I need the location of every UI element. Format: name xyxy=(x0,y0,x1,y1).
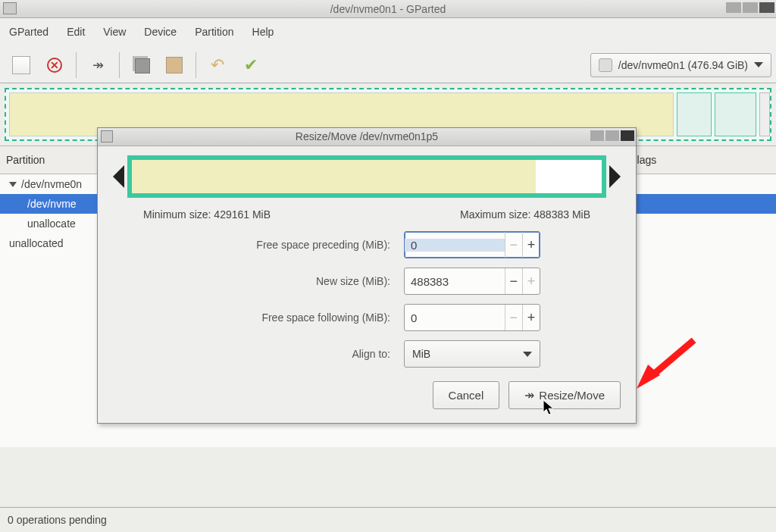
align-to-select[interactable]: MiB xyxy=(404,340,540,368)
delete-button[interactable]: ✕ xyxy=(38,50,71,80)
partition-name: /dev/nvme0n xyxy=(21,178,82,190)
new-size-label: New size (MiB): xyxy=(193,275,390,287)
resize-preview-free xyxy=(536,160,602,193)
cancel-button[interactable]: Cancel xyxy=(433,381,500,409)
statusbar-text: 0 operations pending xyxy=(8,514,107,526)
copy-button[interactable] xyxy=(124,50,158,80)
new-partition-button[interactable] xyxy=(5,50,38,80)
resize-move-button[interactable]: ↠ xyxy=(81,50,114,80)
maximum-size-label: Maximum size: 488383 MiB xyxy=(460,208,590,221)
separator xyxy=(196,52,196,78)
menu-device[interactable]: Device xyxy=(135,21,186,42)
undo-button[interactable]: ↶ xyxy=(201,50,234,80)
hard-drive-icon xyxy=(599,58,612,72)
partition-name: unallocated xyxy=(9,237,64,249)
free-following-label: Free space following (MiB): xyxy=(193,311,390,324)
app-icon xyxy=(101,130,113,142)
resize-move-confirm-button[interactable]: ↠ Resize/Move xyxy=(508,381,621,409)
spin-increment-button[interactable]: + xyxy=(522,305,540,330)
resize-preview-used xyxy=(132,160,536,193)
chevron-down-icon xyxy=(754,62,763,67)
separator xyxy=(76,52,77,78)
resize-move-dialog: Resize/Move /dev/nvme0n1p5 Minimum size:… xyxy=(97,127,637,424)
toolbar: ✕ ↠ ↶ ✔ /dev/nvme0n1 (476.94 GiB) xyxy=(0,47,776,83)
align-to-value: MiB xyxy=(412,348,430,360)
resize-handle-left-icon[interactable] xyxy=(113,165,124,188)
chevron-down-icon xyxy=(523,352,532,357)
spin-decrement-button[interactable]: − xyxy=(505,232,522,258)
partition-flags: lba xyxy=(620,178,771,190)
paste-button[interactable] xyxy=(158,50,191,80)
free-preceding-spin[interactable]: − + xyxy=(404,231,540,258)
menu-partition[interactable]: Partition xyxy=(186,21,242,42)
apply-button[interactable]: ✔ xyxy=(234,50,268,80)
resize-preview-bar[interactable] xyxy=(113,155,621,198)
free-following-input[interactable] xyxy=(405,311,505,324)
resize-handle-right-icon[interactable] xyxy=(609,165,621,188)
device-selector-label: /dev/nvme0n1 (476.94 GiB) xyxy=(618,59,748,71)
window-minimize-button[interactable] xyxy=(726,2,741,13)
device-selector[interactable]: /dev/nvme0n1 (476.94 GiB) xyxy=(590,53,771,77)
partition-name: /dev/nvme xyxy=(27,198,77,210)
free-following-spin[interactable]: − + xyxy=(404,304,540,331)
dialog-title: Resize/Move /dev/nvme0n1p5 xyxy=(296,130,438,142)
new-size-input[interactable] xyxy=(405,275,505,288)
align-to-label: Align to: xyxy=(193,348,390,360)
partition-graphic-slot[interactable] xyxy=(715,92,756,136)
window-title-bar: /dev/nvme0n1 - GParted xyxy=(0,0,776,18)
app-icon xyxy=(3,2,17,14)
menu-gparted[interactable]: GParted xyxy=(0,21,58,42)
window-title: /dev/nvme0n1 - GParted xyxy=(330,3,446,15)
statusbar: 0 operations pending xyxy=(0,507,776,532)
separator xyxy=(119,52,120,78)
resize-preview-box[interactable] xyxy=(127,155,606,198)
dialog-title-bar: Resize/Move /dev/nvme0n1p5 xyxy=(98,128,636,146)
menu-edit[interactable]: Edit xyxy=(58,21,94,42)
menubar: GParted Edit View Device Partition Help xyxy=(0,18,776,47)
resize-button-label: Resize/Move xyxy=(539,389,605,402)
free-preceding-label: Free space preceding (MiB): xyxy=(193,239,390,251)
spin-decrement-button[interactable]: − xyxy=(505,305,522,330)
expand-caret-icon[interactable] xyxy=(9,182,17,187)
spin-increment-button[interactable]: + xyxy=(522,268,540,294)
menu-help[interactable]: Help xyxy=(243,21,283,42)
cancel-button-label: Cancel xyxy=(449,389,484,402)
window-close-button[interactable] xyxy=(759,2,774,13)
spin-decrement-button[interactable]: − xyxy=(505,268,522,294)
partition-graphic-slot[interactable] xyxy=(677,92,712,136)
dialog-maximize-button[interactable] xyxy=(605,130,619,141)
spin-increment-button[interactable]: + xyxy=(522,232,540,258)
column-flags[interactable]: Flags xyxy=(624,146,776,174)
partition-graphic-slot[interactable] xyxy=(759,92,770,136)
window-maximize-button[interactable] xyxy=(743,2,758,13)
partition-graphic-rest xyxy=(677,89,770,139)
minimum-size-label: Minimum size: 429161 MiB xyxy=(143,208,271,221)
dialog-minimize-button[interactable] xyxy=(590,130,604,141)
partition-name: unallocate xyxy=(27,217,76,230)
dialog-close-button[interactable] xyxy=(621,130,634,141)
menu-view[interactable]: View xyxy=(94,21,135,42)
new-size-spin[interactable]: − + xyxy=(404,268,540,295)
resize-icon: ↠ xyxy=(524,388,534,402)
free-preceding-input[interactable] xyxy=(405,239,505,252)
